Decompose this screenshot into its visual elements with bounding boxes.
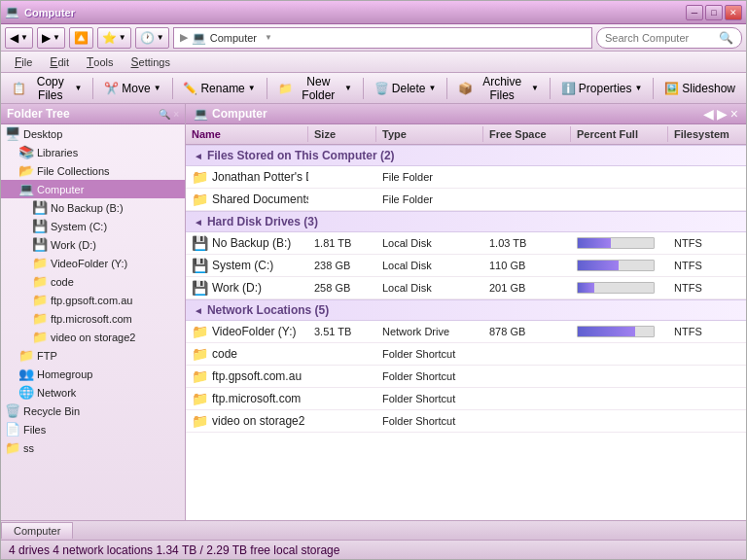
history-button[interactable]: 🕐 ▼ [135,27,169,49]
col-fs[interactable]: Filesystem [668,126,746,142]
maximize-button[interactable]: □ [705,5,723,20]
forward-button[interactable]: ▶ ▼ [37,27,65,49]
sidebar-item-label-2: File Collections [37,165,110,177]
progress-bar-1-1 [577,260,655,271]
recent-button[interactable]: ⭐ ▼ [97,27,131,49]
menu-edit[interactable]: Edit [42,53,77,71]
sidebar-search-icon[interactable]: 🔍 [159,109,170,120]
col-percent[interactable]: Percent Full [571,126,668,142]
rename-button[interactable]: ✏️ Rename ▼ [176,76,262,101]
up-button[interactable]: 🔼 [69,27,93,49]
bottom-tab-computer[interactable]: Computer [1,522,73,539]
menu-bar: File Edit Tools Settings [1,52,746,73]
table-row[interactable]: 📁 VideoFolder (Y:) 3.51 TB Network Drive… [186,321,746,343]
sidebar-item-17[interactable]: 📁 ss [1,438,185,457]
file-icon-0-0: 📁 [192,169,208,185]
table-row[interactable]: 📁 code Folder Shortcut [186,343,746,366]
toolbar-separator-4 [363,78,364,99]
file-fs-2-1 [668,344,746,364]
col-name[interactable]: Name [186,126,308,142]
sidebar-item-12[interactable]: 📁 FTP [1,346,185,365]
file-icon-0-1: 📁 [192,192,208,207]
move-button[interactable]: ✂️ Move ▼ [97,76,167,101]
sidebar-item-15[interactable]: 🗑️ Recycle Bin [1,402,185,420]
table-row[interactable]: 💾 System (C:) 238 GB Local Disk 110 GB N… [186,255,746,277]
file-percent-2-3 [571,389,668,408]
new-folder-button[interactable]: 📁 New Folder ▼ [271,76,359,101]
close-content-icon[interactable]: × [730,106,738,122]
address-bar: ◀ ▼ ▶ ▼ 🔼 ⭐ ▼ 🕐 ▼ ▶ 💻 Computer ▼ 🔍 [1,24,746,52]
col-type[interactable]: Type [376,126,483,142]
sidebar-item-label-8: code [51,276,74,288]
table-row[interactable]: 📁 Jonathan Potter's Documents File Folde… [186,166,746,189]
file-fs-2-4 [668,411,746,431]
toolbar-separator-5 [446,78,447,99]
file-fs-1-2: NTFS [668,278,746,298]
sidebar-item-3[interactable]: 💻 Computer [1,180,185,198]
title-bar-buttons: ─ □ ✕ [686,5,742,20]
file-fs-2-2 [668,367,746,386]
content-panel: 💻 Computer ◀ ▶ × Name Size Type Free Spa… [186,104,746,520]
slideshow-button[interactable]: 🖼️ Slideshow [658,76,742,101]
file-list: ◄ Files Stored on This Computer (2) 📁 Jo… [186,145,746,520]
sidebar-item-4[interactable]: 💾 No Backup (B:) [1,198,185,217]
archive-button[interactable]: 📦 Archive Files ▼ [451,76,546,101]
search-input[interactable] [605,32,715,44]
menu-settings[interactable]: Settings [124,53,178,71]
file-type-2-1: Folder Shortcut [376,344,483,364]
toolbar-separator-2 [172,78,173,99]
sidebar-item-14[interactable]: 🌐 Network [1,383,185,402]
table-row[interactable]: 📁 Shared Documents File Folder [186,189,746,211]
sidebar-item-6[interactable]: 💾 Work (D:) [1,235,185,254]
col-size[interactable]: Size [308,126,376,142]
sidebar-item-0[interactable]: 🖥️ Desktop [1,124,185,143]
forward-icon: ▶ [42,31,51,45]
nav-prev-icon[interactable]: ◀ [703,106,714,122]
file-free-1-0: 1.03 TB [483,233,571,253]
table-row[interactable]: 📁 ftp.microsoft.com Folder Shortcut [186,388,746,410]
delete-button[interactable]: 🗑️ Delete ▼ [368,76,444,101]
col-free[interactable]: Free Space [483,126,571,142]
sidebar-item-label-9: ftp.gpsoft.com.au [51,295,132,306]
sidebar-item-16[interactable]: 📄 Files [1,420,185,438]
close-button[interactable]: ✕ [725,5,742,20]
sidebar-item-10[interactable]: 📁 ftp.microsoft.com [1,309,185,328]
table-row[interactable]: 💾 Work (D:) 258 GB Local Disk 201 GB NTF… [186,277,746,299]
menu-tools[interactable]: Tools [79,53,122,71]
file-name-0-1: Shared Documents [212,192,308,206]
bottom-tab-bar: Computer [1,520,746,540]
section-header-0[interactable]: ◄ Files Stored on This Computer (2) [186,145,746,166]
sidebar-item-11[interactable]: 📁 video on storage2 [1,328,185,346]
sidebar-item-icon-12: 📁 [18,348,34,363]
sidebar-item-1[interactable]: 📚 Libraries [1,143,185,161]
address-field[interactable]: ▶ 💻 Computer ▼ [173,27,592,49]
menu-file[interactable]: File [7,53,40,71]
properties-button[interactable]: ℹ️ Properties ▼ [554,76,650,101]
section-header-1[interactable]: ◄ Hard Disk Drives (3) [186,211,746,232]
search-icon: 🔍 [719,31,733,45]
sidebar-item-label-3: Computer [37,184,84,195]
sidebar-item-9[interactable]: 📁 ftp.gpsoft.com.au [1,291,185,309]
file-type-1-1: Local Disk [376,256,483,275]
copy-files-button[interactable]: 📋 Copy Files ▼ [5,76,89,101]
file-type-2-3: Folder Shortcut [376,389,483,408]
sidebar-item-label-12: FTP [37,350,57,362]
sidebar-item-label-4: No Backup (B:) [51,202,124,214]
section-header-2[interactable]: ◄ Network Locations (5) [186,299,746,321]
minimize-button[interactable]: ─ [686,5,703,20]
back-button[interactable]: ◀ ▼ [5,27,33,49]
nav-next-icon[interactable]: ▶ [717,106,728,122]
sidebar-item-13[interactable]: 👥 Homegroup [1,365,185,383]
table-row[interactable]: 📁 ftp.gpsoft.com.au Folder Shortcut [186,366,746,388]
sidebar-item-8[interactable]: 📁 code [1,272,185,291]
toolbar-separator-1 [92,78,93,99]
sidebar-item-7[interactable]: 📁 VideoFolder (Y:) [1,254,185,272]
sidebar-toggle-icon[interactable]: × [173,109,179,120]
sidebar-item-icon-14: 🌐 [18,385,34,400]
table-row[interactable]: 💾 No Backup (B:) 1.81 TB Local Disk 1.03… [186,232,746,255]
sidebar-item-2[interactable]: 📂 File Collections [1,161,185,180]
file-type-1-0: Local Disk [376,233,483,253]
search-box[interactable]: 🔍 [596,27,742,49]
table-row[interactable]: 📁 video on storage2 Folder Shortcut [186,410,746,433]
sidebar-item-5[interactable]: 💾 System (C:) [1,217,185,235]
